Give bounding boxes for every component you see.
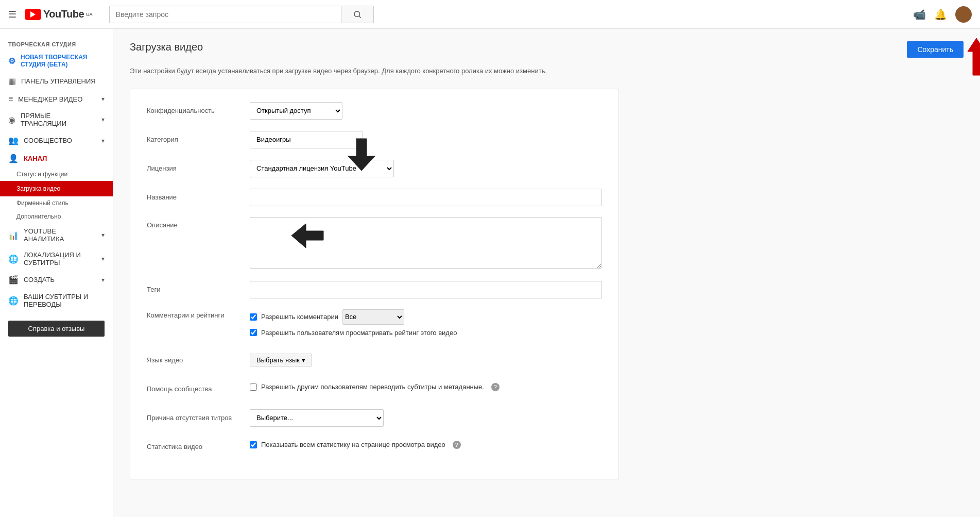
sidebar-item-dashboard[interactable]: ▦ ПАНЕЛЬ УПРАВЛЕНИЯ — [0, 72, 113, 90]
bell-icon[interactable]: 🔔 — [934, 8, 947, 21]
sidebar-item-label: СОЗДАТЬ — [24, 276, 55, 283]
sidebar-sub-extra[interactable]: Дополнительно — [0, 210, 113, 223]
tags-control — [250, 281, 602, 298]
youtube-logo-sup: UA — [86, 12, 93, 17]
video-lang-row: Язык видео Выбрать язык ▾ — [147, 351, 602, 370]
sidebar-item-subtitles[interactable]: 🌐 ВАШИ СУБТИТРЫ И ПЕРЕВОДЫ — [0, 289, 113, 312]
subtitles-icon: 🌐 — [8, 296, 19, 306]
sidebar-item-label: ПРЯМЫЕ ТРАНСЛЯЦИИ — [21, 112, 96, 127]
stats-control: Показывать всем статистику на странице п… — [250, 441, 602, 453]
comments-control: Разрешить комментарии Все Только друзья … — [250, 309, 602, 341]
sidebar-sub-brand[interactable]: Фирменный стиль — [0, 196, 113, 210]
sidebar-item-label: ЛОКАЛИЗАЦИЯ И СУБТИТРЫ — [24, 251, 96, 266]
search-input[interactable] — [109, 6, 341, 23]
youtube-logo-text: YouTube — [43, 8, 84, 20]
tags-row: Теги — [147, 280, 602, 299]
description-control — [250, 217, 602, 270]
main-content: Загрузка видео Сохранить Эти настройки б… — [113, 29, 980, 517]
analytics-icon: 📊 — [8, 230, 19, 240]
chevron-down-icon: ▾ — [302, 356, 305, 364]
privacy-label: Конфиденциальность — [147, 107, 250, 114]
privacy-select[interactable]: Открытый доступ Ограниченный доступ Закр… — [250, 102, 342, 120]
sidebar-item-label: СООБЩЕСТВО — [24, 137, 72, 144]
allow-ratings-checkbox[interactable] — [250, 329, 257, 336]
content-wrapper: Загрузка видео Сохранить Эти настройки б… — [130, 41, 964, 479]
privacy-control: Открытый доступ Ограниченный доступ Закр… — [250, 102, 602, 120]
sidebar-item-new-studio[interactable]: ⚙ НОВАЯ ТВОРЧЕСКАЯ СТУДИЯ (БЕТА) — [0, 49, 113, 72]
sidebar-item-analytics[interactable]: 📊 YOUTUBE АНАЛИТИКА ▾ — [0, 223, 113, 247]
sidebar-item-label: КАНАЛ — [24, 155, 47, 162]
allow-comments-text: Разрешить комментарии — [261, 313, 338, 321]
youtube-logo[interactable]: YouTubeUA — [25, 8, 93, 20]
allow-ratings-row: Разрешить пользователям просматривать ре… — [250, 329, 602, 337]
sidebar-item-label: ВАШИ СУБТИТРЫ И ПЕРЕВОДЫ — [24, 293, 105, 308]
community-help-row: Помощь сообщества Разрешить другим польз… — [147, 380, 602, 398]
page-layout: ТВОРЧЕСКАЯ СТУДИЯ ⚙ НОВАЯ ТВОРЧЕСКАЯ СТУ… — [0, 29, 980, 517]
tags-input[interactable] — [250, 281, 602, 298]
channel-icon: 👤 — [8, 154, 19, 163]
top-navigation: ☰ YouTubeUA 📹 🔔 — [0, 0, 980, 29]
sidebar-item-label: НОВАЯ ТВОРЧЕСКАЯ СТУДИЯ (БЕТА) — [21, 54, 105, 68]
sidebar-item-channel[interactable]: 👤 КАНАЛ — [0, 149, 113, 168]
localization-icon: 🌐 — [8, 254, 19, 264]
help-icon[interactable]: ? — [491, 383, 500, 391]
sidebar-item-label: YOUTUBE АНАЛИТИКА — [24, 227, 96, 243]
help-stats-icon[interactable]: ? — [453, 441, 461, 449]
stats-text: Показывать всем статистику на странице п… — [261, 441, 445, 448]
create-icon: 🎬 — [8, 275, 19, 285]
sidebar-sub-upload[interactable]: Загрузка видео — [0, 181, 113, 196]
community-help-control: Разрешить другим пользователям переводит… — [250, 383, 602, 395]
chevron-down-icon: ▾ — [101, 231, 105, 239]
description-label: Описание — [147, 217, 250, 229]
license-select[interactable]: Стандартная лицензия YouTube Creative Co… — [250, 160, 394, 177]
sidebar-item-localization[interactable]: 🌐 ЛОКАЛИЗАЦИЯ И СУБТИТРЫ ▾ — [0, 247, 113, 271]
description-textarea[interactable] — [250, 217, 602, 269]
missing-title-select[interactable]: Выберите... Видео без звука Видео содерж… — [250, 409, 384, 427]
search-bar — [109, 6, 374, 23]
stats-label: Статистика видео — [147, 443, 250, 451]
video-lang-control: Выбрать язык ▾ — [250, 354, 602, 366]
name-label: Название — [147, 193, 250, 201]
comments-row: Комментарии и рейтинги Разрешить коммент… — [147, 309, 602, 341]
save-button[interactable]: Сохранить — [907, 41, 964, 58]
stats-checkbox[interactable] — [250, 441, 257, 448]
license-label: Лицензия — [147, 164, 250, 172]
help-feedback-button[interactable]: Справка и отзывы — [8, 321, 105, 337]
license-control: Стандартная лицензия YouTube Creative Co… — [250, 160, 602, 177]
hamburger-icon[interactable]: ☰ — [8, 9, 16, 20]
video-camera-icon[interactable]: 📹 — [913, 8, 926, 21]
nav-right: 📹 🔔 — [913, 6, 972, 23]
list-icon: ≡ — [8, 94, 13, 104]
category-select[interactable]: Видеоигры Музыка Развлечения Образование… — [250, 131, 363, 148]
user-avatar[interactable] — [955, 6, 972, 23]
info-text: Эти настройки будут всегда устанавливать… — [130, 66, 964, 76]
category-row: Категория Видеоигры Музыка Развлечения О… — [147, 130, 602, 149]
community-help-label: Помощь сообщества — [147, 385, 250, 393]
page-title: Загрузка видео — [130, 41, 203, 53]
stats-row: Статистика видео Показывать всем статист… — [147, 438, 602, 456]
sidebar-item-create[interactable]: 🎬 СОЗДАТЬ ▾ — [0, 271, 113, 289]
video-lang-text: Выбрать язык — [256, 356, 300, 364]
sidebar-item-community[interactable]: 👥 СООБЩЕСТВО ▾ — [0, 131, 113, 149]
stats-checkbox-row: Показывать всем статистику на странице п… — [250, 441, 602, 449]
allow-comments-checkbox[interactable] — [250, 313, 257, 321]
chevron-down-icon: ▾ — [101, 116, 105, 123]
community-checkbox[interactable] — [250, 383, 257, 391]
missing-title-label: Причина отсутствия титров — [147, 414, 250, 422]
sidebar-item-video-manager[interactable]: ≡ МЕНЕДЖЕР ВИДЕО ▾ — [0, 90, 113, 108]
name-input[interactable] — [250, 189, 602, 206]
youtube-logo-icon — [25, 9, 41, 20]
name-row: Название — [147, 188, 602, 207]
name-control — [250, 189, 602, 206]
sidebar-item-label: МЕНЕДЖЕР ВИДЕО — [18, 95, 82, 103]
video-lang-button[interactable]: Выбрать язык ▾ — [250, 354, 312, 366]
sidebar-section-title: ТВОРЧЕСКАЯ СТУДИЯ — [0, 37, 113, 49]
sidebar-item-live[interactable]: ◉ ПРЯМЫЕ ТРАНСЛЯЦИИ ▾ — [0, 108, 113, 131]
chevron-down-icon: ▾ — [101, 255, 105, 262]
sidebar-sub-status[interactable]: Статус и функции — [0, 168, 113, 181]
community-text: Разрешить другим пользователям переводит… — [261, 383, 484, 391]
missing-title-control: Выберите... Видео без звука Видео содерж… — [250, 409, 602, 427]
sidebar: ТВОРЧЕСКАЯ СТУДИЯ ⚙ НОВАЯ ТВОРЧЕСКАЯ СТУ… — [0, 29, 113, 517]
comments-filter-select[interactable]: Все Только друзья Никто — [342, 309, 404, 325]
search-button[interactable] — [341, 6, 374, 23]
